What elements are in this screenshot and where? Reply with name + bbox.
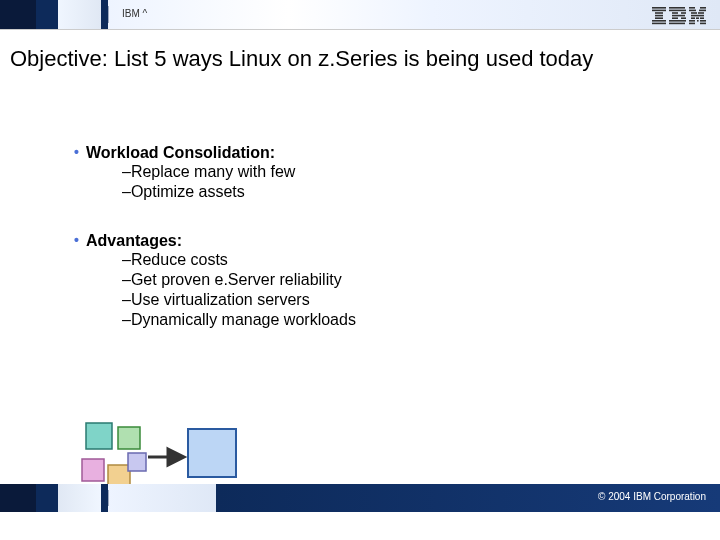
svg-rect-9 bbox=[672, 12, 678, 14]
svg-rect-23 bbox=[691, 17, 695, 19]
svg-rect-2 bbox=[655, 12, 663, 14]
svg-rect-33 bbox=[82, 459, 104, 481]
svg-rect-38 bbox=[188, 429, 236, 477]
svg-rect-32 bbox=[118, 427, 140, 449]
svg-rect-28 bbox=[700, 20, 706, 22]
ibm-logo bbox=[652, 7, 706, 25]
svg-rect-5 bbox=[652, 20, 666, 22]
svg-rect-7 bbox=[669, 7, 685, 9]
svg-rect-25 bbox=[700, 17, 704, 19]
svg-rect-15 bbox=[669, 23, 685, 25]
svg-rect-3 bbox=[655, 15, 663, 17]
sub-bullet: Use virtualization servers bbox=[74, 290, 356, 310]
svg-rect-31 bbox=[86, 423, 112, 449]
svg-marker-37 bbox=[168, 449, 184, 465]
copyright-text: © 2004 IBM Corporation bbox=[598, 491, 706, 502]
footer-separator bbox=[108, 490, 109, 506]
svg-rect-11 bbox=[672, 15, 685, 17]
svg-rect-19 bbox=[699, 10, 706, 12]
svg-rect-4 bbox=[655, 17, 663, 19]
svg-rect-14 bbox=[669, 20, 686, 22]
svg-rect-20 bbox=[691, 12, 697, 14]
svg-rect-12 bbox=[672, 17, 678, 19]
svg-rect-29 bbox=[689, 23, 695, 25]
svg-rect-24 bbox=[696, 17, 699, 19]
slide-title: Objective: List 5 ways Linux on z.Series… bbox=[0, 30, 720, 72]
svg-rect-26 bbox=[689, 20, 695, 22]
svg-rect-16 bbox=[689, 7, 695, 9]
svg-rect-27 bbox=[697, 20, 699, 22]
svg-rect-22 bbox=[691, 15, 704, 17]
brand-label: IBM ^ bbox=[122, 8, 147, 19]
sub-bullet: Get proven e.Server reliability bbox=[74, 270, 356, 290]
slide-body: Workload Consolidation: Replace many wit… bbox=[0, 72, 720, 512]
sub-bullet: Reduce costs bbox=[74, 250, 356, 270]
bullet-heading: Advantages: bbox=[74, 232, 356, 250]
footer-band: © 2004 IBM Corporation bbox=[0, 484, 720, 512]
svg-rect-21 bbox=[698, 12, 704, 14]
sub-bullet: Optimize assets bbox=[74, 182, 295, 202]
svg-rect-18 bbox=[689, 10, 696, 12]
header-separator bbox=[108, 6, 109, 23]
svg-rect-17 bbox=[700, 7, 706, 9]
svg-rect-8 bbox=[669, 10, 686, 12]
svg-rect-1 bbox=[652, 10, 666, 12]
bullet-heading: Workload Consolidation: bbox=[74, 144, 295, 162]
sub-bullet: Dynamically manage workloads bbox=[74, 310, 356, 330]
header-band: IBM ^ bbox=[0, 0, 720, 30]
sub-bullet: Replace many with few bbox=[74, 162, 295, 182]
svg-rect-6 bbox=[652, 23, 666, 25]
svg-rect-13 bbox=[681, 17, 686, 19]
bullet-block-1: Workload Consolidation: Replace many wit… bbox=[74, 144, 295, 202]
svg-rect-35 bbox=[128, 453, 146, 471]
svg-rect-0 bbox=[652, 7, 666, 9]
svg-rect-30 bbox=[700, 23, 706, 25]
svg-rect-10 bbox=[681, 12, 686, 14]
bullet-block-2: Advantages: Reduce costs Get proven e.Se… bbox=[74, 232, 356, 330]
